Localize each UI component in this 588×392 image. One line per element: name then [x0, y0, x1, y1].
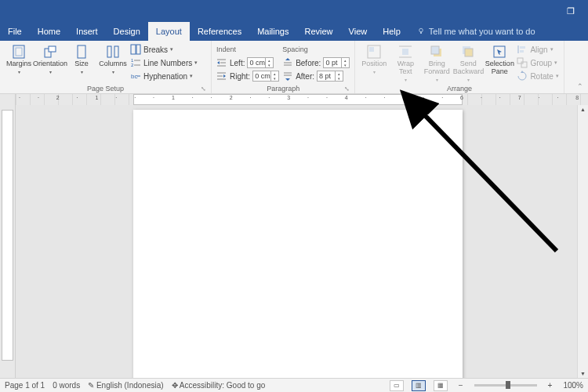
orientation-button[interactable]: Orientation ▾	[36, 42, 64, 74]
margins-button[interactable]: Margins ▾	[5, 42, 33, 74]
restore-window-icon[interactable]: ❐	[560, 3, 582, 19]
status-accessibility[interactable]: ✥ Accessibility: Good to go	[172, 381, 266, 390]
orientation-icon	[42, 44, 58, 60]
wrap-text-button[interactable]: Wrap Text ▾	[391, 42, 419, 82]
chevron-down-icon: ▾	[170, 46, 173, 53]
align-icon	[517, 44, 528, 55]
chevron-down-icon: ▾	[194, 60, 198, 66]
tab-view[interactable]: View	[341, 22, 376, 41]
status-word-count[interactable]: 0 words	[53, 381, 80, 390]
zoom-slider[interactable]	[474, 384, 537, 387]
spacing-header: Spacing	[282, 43, 350, 56]
svg-rect-8	[114, 46, 118, 57]
indent-header: Indent	[216, 43, 279, 56]
size-button[interactable]: Size ▾	[67, 42, 96, 74]
proofing-icon: ✎	[88, 381, 94, 390]
columns-button[interactable]: Columns ▾	[99, 42, 127, 74]
selection-pane-button[interactable]: Selection Pane	[485, 42, 514, 76]
document-canvas[interactable]	[16, 105, 577, 378]
svg-rect-7	[107, 46, 111, 57]
zoom-in-button[interactable]: +	[545, 381, 556, 390]
wrap-text-icon	[397, 44, 413, 60]
group-button[interactable]: Group ▾	[517, 56, 558, 69]
paragraph-launcher-icon[interactable]: ⤡	[344, 85, 350, 93]
svg-rect-39	[520, 50, 524, 53]
collapse-ribbon-icon[interactable]: ⌃	[577, 82, 583, 90]
zoom-level[interactable]: 100%	[563, 381, 583, 390]
tab-file[interactable]: File	[0, 22, 30, 41]
svg-rect-1	[420, 32, 422, 34]
chevron-down-icon: ▾	[373, 69, 376, 74]
tab-mailings[interactable]: Mailings	[249, 22, 296, 41]
chevron-down-icon: ▾	[556, 73, 559, 79]
position-icon	[366, 44, 382, 60]
chevron-down-icon: ▾	[554, 60, 557, 66]
chevron-down-icon: ▾	[112, 69, 114, 74]
position-button[interactable]: Position ▾	[360, 42, 388, 74]
tab-layout[interactable]: Layout	[148, 22, 190, 41]
hyphenation-button[interactable]: bc Hyphenation ▾	[130, 70, 198, 82]
status-language[interactable]: ✎ English (Indonesia)	[88, 381, 163, 390]
chevron-down-icon: ▾	[49, 69, 52, 74]
svg-point-0	[419, 28, 423, 32]
indent-left-input[interactable]: 0 cm▴▾	[247, 57, 274, 68]
breaks-button[interactable]: Breaks ▾	[130, 43, 198, 56]
view-web-layout-button[interactable]: ▦	[434, 380, 448, 391]
group-page-setup: Margins ▾ Orientation ▾ Size ▾ Columns ▾	[0, 41, 212, 93]
tell-me-search[interactable]: Tell me what you want to do	[408, 22, 543, 41]
group-paragraph: Indent Left: 0 cm▴▾ Right: 0 cm▴▾ Spacin…	[212, 41, 355, 93]
tab-review[interactable]: Review	[297, 22, 341, 41]
tab-insert[interactable]: Insert	[68, 22, 106, 41]
svg-rect-5	[49, 46, 56, 52]
spacing-before-icon	[282, 57, 293, 68]
status-bar: Page 1 of 1 0 words ✎ English (Indonesia…	[0, 378, 588, 392]
scroll-up-icon[interactable]: ▲	[579, 105, 587, 114]
lightbulb-icon	[416, 27, 426, 36]
horizontal-ruler[interactable]: · · 2 · 1 · · · 1 · · 2 · · 3 · · 4 · · …	[0, 94, 588, 105]
tab-design[interactable]: Design	[106, 22, 148, 41]
scroll-down-icon[interactable]: ▼	[579, 369, 587, 378]
margins-icon	[11, 44, 27, 60]
vertical-scrollbar[interactable]: ▲ ▼	[577, 105, 588, 378]
chevron-down-icon: ▾	[81, 69, 83, 74]
view-print-layout-button[interactable]: ▥	[412, 380, 426, 391]
svg-rect-33	[431, 46, 439, 54]
view-read-mode-button[interactable]: ▭	[390, 380, 404, 391]
rotate-button[interactable]: Rotate ▾	[517, 70, 558, 82]
zoom-out-button[interactable]: −	[456, 381, 466, 390]
status-page[interactable]: Page 1 of 1	[5, 381, 45, 390]
svg-rect-41	[521, 62, 527, 67]
page-setup-launcher-icon[interactable]: ⤡	[201, 85, 206, 93]
page[interactable]	[133, 110, 463, 378]
spacing-after-icon	[282, 71, 293, 82]
group-arrange: Position ▾ Wrap Text ▾ Bring Forward ▾ S…	[355, 41, 564, 93]
indent-right-icon	[216, 71, 227, 82]
svg-rect-38	[520, 46, 525, 49]
breaks-icon	[130, 44, 141, 55]
tell-me-label: Tell me what you want to do	[429, 27, 535, 36]
chevron-down-icon: ▾	[405, 77, 407, 82]
align-button[interactable]: Align ▾	[517, 43, 558, 56]
svg-rect-40	[517, 58, 523, 64]
selection-pane-icon	[492, 44, 507, 60]
svg-rect-28	[369, 47, 374, 52]
svg-rect-2	[13, 45, 24, 58]
send-backward-button[interactable]: Send Backward ▾	[454, 42, 482, 82]
chevron-down-icon: ▾	[550, 46, 554, 53]
size-icon	[74, 44, 89, 60]
vertical-ruler[interactable]	[0, 105, 16, 378]
spacing-before-input[interactable]: 0 pt▴▾	[323, 57, 350, 68]
indent-left-icon	[216, 57, 227, 68]
tab-help[interactable]: Help	[375, 22, 408, 41]
ribbon: Margins ▾ Orientation ▾ Size ▾ Columns ▾	[0, 41, 588, 94]
indent-right-input[interactable]: 0 cm▴▾	[252, 71, 279, 82]
ribbon-tabs: File Home Insert Design Layout Reference…	[0, 22, 588, 41]
group-icon	[517, 57, 528, 68]
svg-text:bc: bc	[131, 73, 137, 80]
bring-forward-icon	[429, 44, 445, 60]
tab-home[interactable]: Home	[30, 22, 68, 41]
bring-forward-button[interactable]: Bring Forward ▾	[423, 42, 451, 82]
tab-references[interactable]: References	[190, 22, 249, 41]
line-numbers-button[interactable]: 12 Line Numbers ▾	[130, 56, 198, 69]
spacing-after-input[interactable]: 8 pt▴▾	[317, 71, 343, 82]
